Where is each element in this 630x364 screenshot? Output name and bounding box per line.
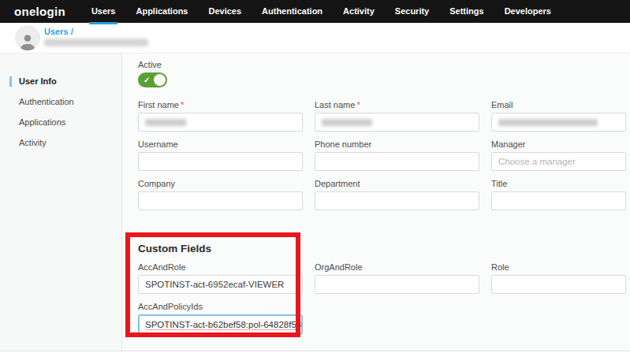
department-input[interactable]: [315, 191, 479, 210]
custom-fields-heading: Custom Fields: [138, 243, 630, 254]
nav-item-developers[interactable]: Developers: [505, 0, 551, 23]
org-and-role-label: OrgAndRole: [315, 262, 479, 272]
company-label: Company: [138, 179, 303, 188]
last-name-input[interactable]: [315, 113, 479, 132]
required-asterisk: *: [181, 100, 184, 110]
field-acc-and-role: AccAndRole: [138, 262, 303, 294]
toggle-knob: [154, 74, 166, 86]
avatar: [15, 25, 40, 50]
username-label: Username: [138, 139, 303, 149]
person-icon: [18, 32, 37, 50]
breadcrumb[interactable]: Users /: [44, 27, 73, 36]
role-input[interactable]: [491, 275, 626, 294]
field-last-name: Last name*: [315, 100, 479, 132]
field-acc-and-policy-ids: AccAndPolicyIds SPOTINST-act-b62bef58:po…: [138, 302, 303, 335]
field-phone-number: Phone number: [315, 139, 479, 171]
active-toggle[interactable]: ✓: [138, 72, 167, 87]
first-name-input[interactable]: [138, 113, 303, 132]
first-name-label: First name: [138, 100, 179, 110]
title-input[interactable]: [491, 191, 626, 210]
active-indicator-bar: [9, 76, 12, 87]
field-email: Email: [491, 100, 626, 132]
email-label: Email: [491, 100, 626, 110]
acc-and-role-label: AccAndRole: [138, 262, 303, 272]
field-company: Company: [138, 179, 303, 210]
sidebar-item-user-info[interactable]: User Info: [0, 71, 121, 91]
manager-input[interactable]: [491, 152, 626, 171]
phone-number-label: Phone number: [315, 139, 479, 149]
active-label: Active: [138, 60, 630, 69]
nav-item-devices[interactable]: Devices: [208, 0, 241, 23]
user-header: Users /: [0, 23, 630, 54]
sidebar-item-applications[interactable]: Applications: [0, 112, 121, 132]
field-username: Username: [138, 139, 303, 171]
user-info-form: Active ✓ First name* Last name*: [122, 54, 630, 351]
check-icon: ✓: [144, 75, 150, 85]
nav-item-activity[interactable]: Activity: [343, 0, 375, 23]
nav-item-security[interactable]: Security: [395, 0, 429, 23]
department-label: Department: [315, 179, 479, 188]
bottom-strip: [0, 351, 630, 364]
nav-item-authentication[interactable]: Authentication: [262, 0, 322, 23]
acc-and-policy-ids-input[interactable]: SPOTINST-act-b62bef58:pol-64828f58: [138, 314, 303, 335]
last-name-label: Last name: [315, 100, 355, 110]
onelogin-user-page: onelogin Users Applications Devices Auth…: [0, 0, 630, 364]
acc-and-policy-ids-value: SPOTINST-act-b62bef58:pol-64828f58: [145, 320, 301, 329]
required-asterisk: *: [356, 100, 360, 110]
email-input[interactable]: [491, 113, 626, 132]
username-input[interactable]: [138, 152, 303, 171]
title-label: Title: [491, 179, 626, 188]
field-department: Department: [315, 179, 479, 210]
org-and-role-input[interactable]: [315, 275, 479, 294]
sidebar: User Info Authentication Applications Ac…: [0, 54, 122, 351]
manager-label: Manager: [491, 139, 626, 149]
nav-item-settings[interactable]: Settings: [449, 0, 483, 23]
phone-number-input[interactable]: [315, 152, 479, 171]
custom-fields-section: Custom Fields AccAndRole OrgAndRole Role: [138, 232, 630, 343]
custom-fields-grid: AccAndRole OrgAndRole Role AccAndPolicyI…: [138, 262, 630, 343]
main-area: User Info Authentication Applications Ac…: [0, 54, 630, 351]
sidebar-item-authentication[interactable]: Authentication: [0, 91, 121, 112]
acc-and-policy-ids-label: AccAndPolicyIds: [138, 302, 303, 311]
nav-item-applications[interactable]: Applications: [136, 0, 188, 23]
field-first-name: First name*: [138, 100, 303, 132]
acc-and-role-input[interactable]: [138, 275, 303, 294]
field-title: Title: [491, 179, 626, 210]
field-role: Role: [491, 262, 626, 294]
sidebar-item-activity[interactable]: Activity: [0, 132, 121, 153]
redacted-user-name: [44, 39, 148, 46]
onelogin-logo[interactable]: onelogin: [14, 5, 65, 18]
top-nav: onelogin Users Applications Devices Auth…: [0, 0, 630, 23]
field-org-and-role: OrgAndRole: [315, 262, 479, 294]
field-manager: Manager: [491, 139, 626, 171]
profile-fields-grid: First name* Last name* Email: [138, 100, 630, 218]
nav-item-users[interactable]: Users: [91, 0, 116, 23]
company-input[interactable]: [138, 191, 303, 210]
role-label: Role: [491, 262, 626, 272]
